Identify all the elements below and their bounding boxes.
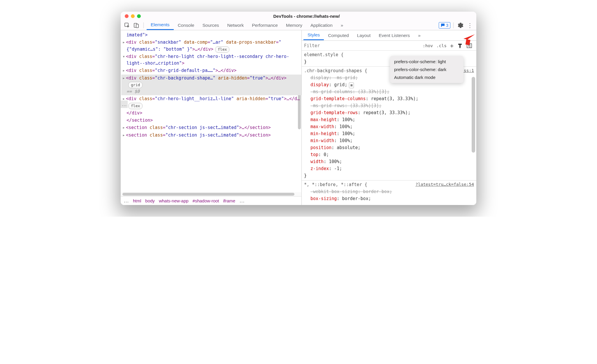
grid-editor-icon[interactable]: ▦	[349, 82, 354, 88]
separator	[453, 22, 454, 28]
breadcrumb-item[interactable]: iframe	[223, 198, 235, 203]
more-menu-icon[interactable]: ⋮	[466, 21, 474, 29]
issues-badge[interactable]: 3	[439, 22, 450, 29]
tab-network[interactable]: Network	[223, 21, 248, 30]
traffic-lights	[125, 14, 141, 18]
popover-item[interactable]: prefers-color-scheme: dark	[390, 66, 463, 73]
new-style-rule-button[interactable]: +	[448, 42, 455, 49]
tab-elements[interactable]: Elements	[147, 20, 174, 30]
styles-panel: Styles Computed Layout Event Listeners »…	[302, 30, 476, 205]
dom-text: imated">	[127, 32, 148, 38]
tab-styles[interactable]: Styles	[303, 31, 324, 40]
rule-chr-background-shapes[interactable]: .chr-background-shapes {….css:1 display:…	[302, 67, 476, 181]
breadcrumb-item[interactable]: whats-new-app	[159, 198, 189, 203]
styles-filter-input[interactable]	[304, 43, 421, 48]
tab-layout[interactable]: Layout	[353, 31, 375, 40]
dom-node[interactable]: ▸<section class="chr-section js-sect…ima…	[121, 124, 301, 131]
annotation-arrow-icon	[461, 31, 476, 48]
breadcrumb-item[interactable]: #shadow-root	[193, 198, 219, 203]
inspect-element-icon[interactable]	[123, 21, 131, 29]
svg-rect-2	[136, 24, 138, 28]
dom-node[interactable]: ▸<div class="chr-grid-default-pa……">…</d…	[121, 67, 301, 74]
elements-panel: … imated"> ▸<div class="snackbar" data-c…	[121, 30, 302, 205]
cls-toggle[interactable]: .cls	[435, 43, 448, 48]
hov-toggle[interactable]: :hov	[421, 43, 435, 48]
devtools-window: DevTools - chrome://whats-new/ Elements …	[121, 12, 476, 205]
source-link[interactable]: ?latest=tru…ck=false:54	[415, 181, 474, 188]
dom-node[interactable]: ▸<div class="chr-hero-light__horiz…l-lin…	[121, 95, 301, 109]
popover-item[interactable]: Automatic dark mode	[390, 73, 463, 81]
styles-scrollbar[interactable]	[472, 77, 475, 153]
tab-memory[interactable]: Memory	[282, 21, 306, 30]
main-toolbar: Elements Console Sources Network Perform…	[121, 20, 476, 30]
tabs-more-icon[interactable]: »	[337, 21, 347, 30]
tab-event-listeners[interactable]: Event Listeners	[375, 31, 414, 40]
tab-console[interactable]: Console	[174, 21, 199, 30]
breadcrumb-item[interactable]: body	[145, 198, 155, 203]
minimize-window-button[interactable]	[131, 14, 135, 18]
dom-tree[interactable]: imated"> ▸<div class="snackbar" data-com…	[121, 30, 301, 192]
tab-performance[interactable]: Performance	[248, 21, 282, 30]
layout-badge-flex[interactable]: flex	[128, 103, 143, 109]
styles-filter-row: :hov .cls +	[302, 41, 476, 51]
breadcrumb-item[interactable]: html	[133, 198, 141, 203]
h-scroll-track	[121, 192, 301, 196]
main-tabs: Elements Console Sources Network Perform…	[147, 20, 347, 30]
layout-badge-grid[interactable]: grid	[128, 82, 143, 88]
separator	[143, 22, 144, 28]
content-split: … imated"> ▸<div class="snackbar" data-c…	[121, 30, 476, 205]
issues-count: 3	[446, 23, 448, 28]
tab-sources[interactable]: Sources	[199, 21, 223, 30]
tab-application[interactable]: Application	[306, 21, 337, 30]
dom-node-selected[interactable]: ▸<div class="chr-background-shape…" aria…	[121, 75, 301, 96]
layout-badge-flex[interactable]: flex	[215, 46, 229, 53]
styles-tabs: Styles Computed Layout Event Listeners »	[302, 30, 476, 41]
dom-node[interactable]: ▸<section class="chr-section js-sect…ima…	[121, 132, 301, 139]
close-window-button[interactable]	[125, 14, 129, 18]
message-icon	[441, 23, 445, 27]
titlebar: DevTools - chrome://whats-new/	[121, 12, 476, 20]
breadcrumb-more-right[interactable]: …	[239, 198, 245, 204]
zoom-window-button[interactable]	[137, 14, 141, 18]
breadcrumb-more-left[interactable]: …	[124, 198, 129, 204]
dollar-zero: == $0	[127, 89, 140, 94]
window-title: DevTools - chrome://whats-new/	[141, 14, 472, 19]
emulation-popover: prefers-color-scheme: light prefers-colo…	[390, 56, 463, 83]
dom-node[interactable]: ▾<div class="chr-hero-light chr-hero-lig…	[121, 53, 301, 67]
breadcrumb: … html body whats-new-app #shadow-root i…	[121, 196, 301, 205]
popover-item[interactable]: prefers-color-scheme: light	[390, 58, 463, 66]
h-scrollbar[interactable]	[122, 193, 294, 196]
settings-gear-icon[interactable]	[456, 21, 465, 29]
dom-node[interactable]: ▸<div class="snackbar" data-comp="…ar" d…	[121, 39, 301, 53]
rule-universal[interactable]: *, *::before, *::after {?latest=tru…ck=f…	[302, 181, 476, 203]
device-toolbar-icon[interactable]	[132, 21, 141, 29]
tab-computed[interactable]: Computed	[324, 31, 353, 40]
styles-tabs-more-icon[interactable]: »	[414, 31, 425, 40]
